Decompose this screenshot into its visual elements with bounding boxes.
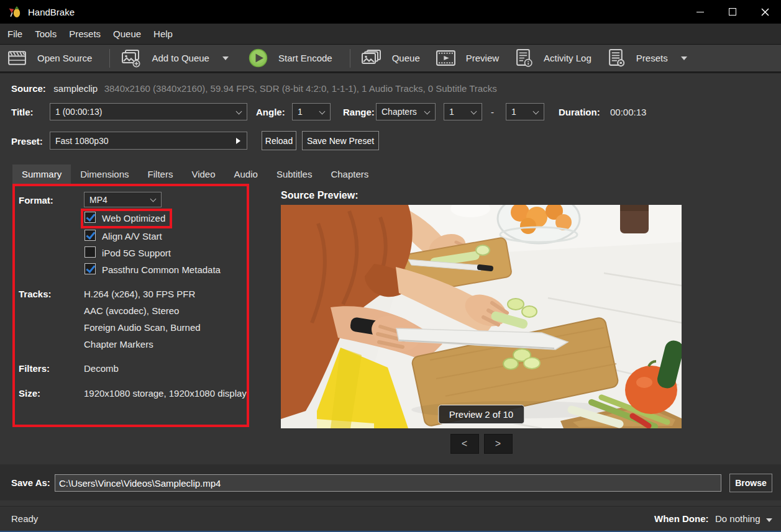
preset-expand-icon <box>236 138 240 144</box>
tracks-line-audio: AAC (avcodec), Stereo <box>84 305 179 316</box>
source-preview-label: Source Preview: <box>281 190 359 201</box>
chevron-down-icon <box>150 196 157 202</box>
tab-dimensions[interactable]: Dimensions <box>71 165 138 184</box>
open-source-button[interactable]: Open Source <box>7 48 92 68</box>
handbrake-logo-icon <box>8 5 22 19</box>
minimize-button[interactable] <box>684 0 716 24</box>
close-icon <box>761 8 769 16</box>
tab-summary[interactable]: Summary <box>12 165 71 184</box>
tab-subtitles[interactable]: Subtitles <box>267 165 322 184</box>
preset-label: Preset: <box>11 136 43 147</box>
reload-button[interactable]: Reload <box>262 131 296 150</box>
align-av-start-label: Align A/V Start <box>102 231 162 241</box>
maximize-button[interactable] <box>716 0 749 24</box>
preview-next-button[interactable]: > <box>484 434 513 454</box>
format-select[interactable]: MP4 <box>84 192 162 207</box>
tab-chapters[interactable]: Chapters <box>321 165 378 184</box>
preview-photo <box>281 205 682 428</box>
passthru-common-metadata-label: Passthru Common Metadata <box>102 264 221 275</box>
source-label: Source: <box>11 83 46 94</box>
queue-icon <box>360 49 381 68</box>
preset-select-value: Fast 1080p30 <box>55 136 109 146</box>
angle-select[interactable]: 1 <box>292 103 331 120</box>
start-encode-label: Start Encode <box>278 53 332 63</box>
chevron-down-icon <box>424 109 431 115</box>
tab-video[interactable]: Video <box>182 165 224 184</box>
range-from-select[interactable]: 1 <box>444 103 482 120</box>
preview-prev-button[interactable]: < <box>450 434 479 454</box>
window-title: HandBrake <box>28 7 75 17</box>
start-encode-icon <box>249 48 268 68</box>
tab-filters[interactable]: Filters <box>139 165 183 184</box>
save-as-row: Save As: Browse <box>0 464 781 500</box>
when-done-control[interactable]: When Done: Do nothing <box>654 513 772 525</box>
chevron-down-icon <box>533 109 539 115</box>
maximize-icon <box>729 8 736 16</box>
menu-queue[interactable]: Queue <box>113 29 148 39</box>
statusbar: Ready When Done: Do nothing <box>0 506 781 531</box>
chevron-down-icon <box>319 109 326 115</box>
range-type-select[interactable]: Chapters <box>376 103 436 120</box>
angle-label: Angle: <box>256 107 285 117</box>
preview-label: Preview <box>466 53 499 63</box>
passthru-common-metadata-checkbox[interactable] <box>84 263 96 274</box>
menu-tools[interactable]: Tools <box>35 29 64 39</box>
add-to-queue-icon <box>120 49 141 68</box>
menu-presets[interactable]: Presets <box>69 29 108 39</box>
save-as-path-input[interactable] <box>55 474 721 492</box>
when-done-dropdown-icon[interactable] <box>766 518 772 522</box>
open-source-label: Open Source <box>37 53 92 63</box>
queue-label: Queue <box>392 53 420 63</box>
tab-audio[interactable]: Audio <box>225 165 267 184</box>
activity-log-label: Activity Log <box>544 53 591 63</box>
source-name: sampleclip <box>53 83 98 94</box>
start-encode-button[interactable]: Start Encode <box>249 48 332 68</box>
add-to-queue-label: Add to Queue <box>152 53 209 63</box>
web-optimized-checkbox[interactable] <box>84 212 96 223</box>
presets-icon <box>608 48 626 68</box>
toolbar-separator <box>109 49 110 68</box>
format-label: Format: <box>19 195 53 205</box>
add-to-queue-dropdown-icon[interactable] <box>222 56 229 60</box>
add-to-queue-button[interactable]: Add to Queue <box>120 49 229 68</box>
chevron-down-icon <box>236 109 242 115</box>
title-select[interactable]: 1 (00:00:13) <box>50 103 247 120</box>
presets-button[interactable]: Presets <box>608 48 687 68</box>
align-av-start-checkbox[interactable] <box>84 230 96 241</box>
menu-file[interactable]: File <box>7 29 30 39</box>
tracks-line-video: H.264 (x264), 30 FPS PFR <box>84 289 195 299</box>
presets-dropdown-icon[interactable] <box>681 56 687 60</box>
save-new-preset-button[interactable]: Save New Preset <box>302 131 379 150</box>
preview-nav: < > <box>281 434 682 454</box>
tracks-line-chapters: Chapter Markers <box>84 339 153 349</box>
title-label: Title: <box>11 107 34 117</box>
titlebar: HandBrake <box>0 0 781 24</box>
range-to-value: 1 <box>511 107 516 117</box>
ipod-5g-support-checkbox[interactable] <box>84 246 96 258</box>
settings-tabs: Summary Dimensions Filters Video Audio S… <box>12 165 378 184</box>
activity-log-button[interactable]: Activity Log <box>515 48 591 68</box>
presets-label: Presets <box>636 53 668 63</box>
save-as-label: Save As: <box>11 477 50 488</box>
when-done-label: When Done: <box>654 513 709 524</box>
chevron-down-icon <box>471 109 477 115</box>
filters-value: Decomb <box>84 363 119 374</box>
activity-log-icon <box>515 48 533 68</box>
toolbar: Open Source Add to Queue Start Encode <box>0 44 781 73</box>
size-label: Size: <box>19 388 40 399</box>
menu-help[interactable]: Help <box>153 29 180 39</box>
toolbar-separator <box>350 49 350 68</box>
minimize-icon <box>697 12 704 12</box>
menubar: File Tools Presets Queue Help <box>0 24 781 44</box>
preview-button[interactable]: Preview <box>436 50 499 66</box>
filters-label: Filters: <box>19 363 50 374</box>
angle-select-value: 1 <box>298 107 303 117</box>
range-to-select[interactable]: 1 <box>506 103 544 120</box>
format-select-value: MP4 <box>89 195 107 205</box>
queue-button[interactable]: Queue <box>360 49 420 68</box>
source-preview-image: Preview 2 of 10 <box>281 205 682 428</box>
close-button[interactable] <box>749 0 781 24</box>
size-value: 1920x1080 storage, 1920x1080 display <box>84 388 247 399</box>
browse-button[interactable]: Browse <box>729 474 772 492</box>
preset-select[interactable]: Fast 1080p30 <box>50 132 247 150</box>
